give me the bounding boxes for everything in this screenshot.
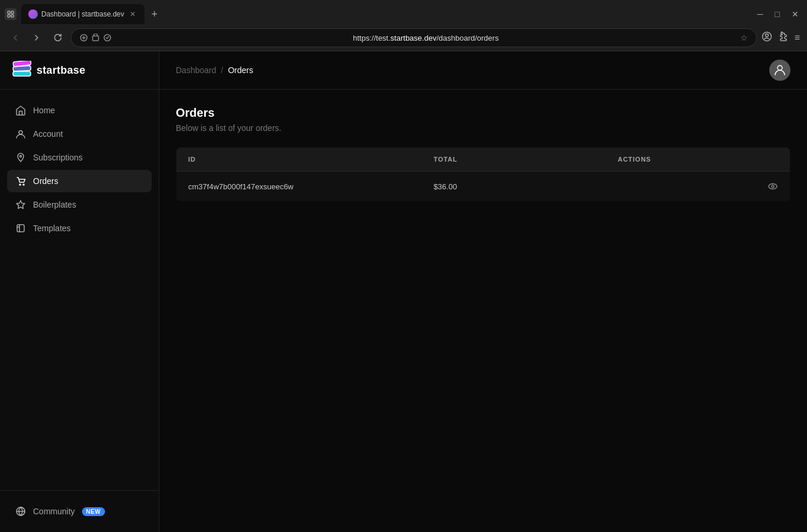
table-header-row: ID TOTAL ACTIONS (176, 147, 790, 172)
firefox-account-icon[interactable] (762, 31, 772, 44)
svg-rect-2 (8, 15, 10, 17)
active-tab[interactable]: Dashboard | startbase.dev ✕ (21, 4, 145, 24)
breadcrumb-separator: / (221, 65, 224, 75)
home-icon (15, 105, 26, 116)
sidebar-logo: startbase (0, 51, 159, 90)
main-header: Dashboard / Orders (159, 51, 807, 90)
bookmark-star-icon[interactable]: ☆ (740, 33, 748, 42)
sidebar-item-boilerplates-label: Boilerplates (33, 200, 76, 209)
svg-point-14 (19, 184, 21, 185)
page-subtitle: Below is a list of your orders. (176, 123, 790, 133)
svg-point-13 (20, 156, 22, 157)
sidebar: startbase Home Account (0, 51, 159, 532)
sidebar-item-subscriptions-label: Subscriptions (33, 153, 83, 162)
svg-rect-9 (13, 71, 31, 76)
new-tab-button[interactable]: + (147, 6, 163, 23)
tab-group-icon[interactable] (5, 8, 17, 20)
sidebar-item-orders-label: Orders (33, 176, 58, 186)
logo-icon (12, 61, 31, 80)
address-bar[interactable]: https://test.startbase.dev/dashboard/ord… (71, 28, 757, 47)
sidebar-item-home[interactable]: Home (7, 99, 152, 121)
page-title: Orders (176, 106, 790, 120)
col-header-actions: ACTIONS (606, 147, 790, 172)
app: startbase Home Account (0, 51, 807, 532)
svg-rect-0 (8, 11, 10, 14)
sidebar-item-account[interactable]: Account (7, 123, 152, 145)
browser-close-button[interactable]: ✕ (788, 8, 802, 20)
orders-icon (15, 176, 26, 186)
sidebar-item-templates[interactable]: Templates (7, 217, 152, 239)
svg-rect-5 (93, 36, 99, 41)
sidebar-item-account-label: Account (33, 129, 63, 139)
sidebar-item-subscriptions[interactable]: Subscriptions (7, 146, 152, 169)
page-body: Orders Below is a list of your orders. I… (159, 90, 807, 218)
main-content: Dashboard / Orders Orders Below is a lis… (159, 51, 807, 532)
forward-button[interactable] (28, 29, 45, 46)
address-text: https://test.startbase.dev/dashboard/ord… (116, 34, 736, 42)
menu-icon[interactable]: ≡ (795, 32, 800, 43)
nav-right-buttons: ≡ (762, 31, 800, 44)
sidebar-item-orders[interactable]: Orders (7, 170, 152, 192)
sidebar-item-templates-label: Templates (33, 224, 71, 233)
community-icon (15, 506, 26, 517)
tab-bar: Dashboard | startbase.dev ✕ + ─ □ ✕ (0, 0, 807, 25)
browser-chrome: Dashboard | startbase.dev ✕ + ─ □ ✕ htt (0, 0, 807, 51)
sidebar-item-community[interactable]: Community NEW (7, 500, 152, 523)
breadcrumb-current: Orders (228, 65, 253, 75)
svg-rect-1 (11, 11, 14, 14)
browser-minimize-button[interactable]: ─ (754, 8, 767, 20)
account-icon (15, 129, 26, 139)
breadcrumb: Dashboard / Orders (176, 65, 253, 75)
svg-point-8 (765, 34, 768, 37)
view-order-button[interactable] (618, 181, 778, 192)
col-header-id: ID (176, 147, 422, 172)
logo-text: startbase (37, 64, 86, 77)
extensions-icon[interactable] (778, 31, 789, 44)
tab-close-button[interactable]: ✕ (128, 9, 137, 19)
sidebar-item-boilerplates[interactable]: Boilerplates (7, 193, 152, 216)
order-actions-cell (606, 172, 790, 202)
browser-maximize-button[interactable]: □ (772, 8, 783, 20)
order-id-cell: cm37f4w7b000f147exsueec6w (176, 172, 422, 202)
address-bar-icons (80, 34, 111, 42)
svg-rect-3 (11, 15, 14, 17)
table-row: cm37f4w7b000f147exsueec6w $36.00 (176, 172, 790, 202)
svg-point-19 (772, 185, 774, 188)
svg-point-17 (778, 65, 782, 70)
boilerplates-icon (15, 199, 26, 210)
community-label: Community (33, 507, 75, 516)
new-badge: NEW (82, 507, 105, 516)
tab-bar-right: ─ □ ✕ (754, 8, 802, 20)
user-avatar[interactable] (769, 60, 790, 81)
orders-table: ID TOTAL ACTIONS cm37f4w7b000f147exsueec… (176, 147, 790, 202)
reload-button[interactable] (50, 29, 66, 46)
sidebar-nav: Home Account Subscriptions (0, 90, 159, 490)
tab-favicon (28, 9, 38, 19)
subscriptions-icon (15, 152, 26, 163)
sidebar-item-home-label: Home (33, 106, 55, 115)
order-total-cell: $36.00 (422, 172, 606, 202)
back-button[interactable] (7, 29, 24, 46)
tab-title: Dashboard | startbase.dev (41, 10, 124, 18)
svg-point-18 (769, 184, 777, 189)
svg-point-12 (19, 131, 22, 134)
nav-bar: https://test.startbase.dev/dashboard/ord… (0, 25, 807, 51)
breadcrumb-parent[interactable]: Dashboard (176, 65, 216, 75)
svg-point-15 (23, 184, 24, 185)
col-header-total: TOTAL (422, 147, 606, 172)
templates-icon (15, 223, 26, 234)
sidebar-footer: Community NEW (0, 490, 159, 532)
